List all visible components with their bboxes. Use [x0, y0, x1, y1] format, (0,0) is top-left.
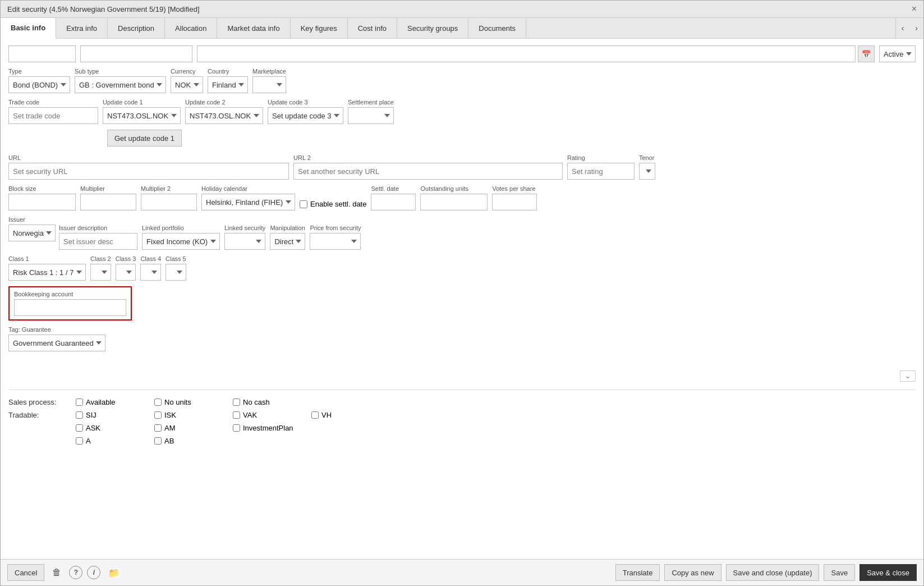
tab-allocation[interactable]: Allocation [165, 18, 217, 38]
block-size-input[interactable]: 0,00 [8, 194, 76, 210]
tab-prev-button[interactable]: ‹ [896, 18, 910, 38]
investmentplan-checkbox[interactable] [233, 424, 240, 432]
no-units-checkbox[interactable] [154, 399, 162, 406]
get-update-code-button[interactable]: Get update code 1 [107, 130, 182, 146]
collapse-button[interactable]: ⌄ [900, 370, 916, 382]
save-button[interactable]: Save [824, 564, 855, 581]
bookkeeping-highlighted-container: Bookkeeping account 0200 [8, 286, 132, 321]
currency-select[interactable]: NOK [171, 76, 203, 93]
field-marketplace: Marketplace [252, 68, 286, 93]
vh-checkbox[interactable] [311, 411, 319, 419]
update-code3-label: Update code 3 [268, 99, 343, 106]
linked-portfolio-select[interactable]: Fixed Income (KO) [142, 233, 220, 250]
save-close-button[interactable]: Save & close [859, 564, 917, 581]
tab-cost-info[interactable]: Cost info [348, 18, 397, 38]
cancel-button[interactable]: Cancel [7, 564, 44, 581]
settl-date-input[interactable]: 2 [371, 194, 416, 210]
calendar-button[interactable]: 📅 [858, 45, 875, 62]
settlement-place-select[interactable] [348, 107, 394, 124]
ask-checkbox[interactable] [76, 424, 83, 432]
a-checkbox[interactable] [76, 437, 83, 445]
translate-button[interactable]: Translate [615, 564, 660, 581]
issuer-select[interactable]: Norwegia [8, 225, 56, 241]
id-input[interactable]: A01V1E [8, 45, 76, 62]
bottom-bar-right: Translate Copy as new Save and close (up… [615, 564, 917, 581]
tab-extra-info[interactable]: Extra info [56, 18, 108, 38]
tab-security-groups[interactable]: Security groups [397, 18, 468, 38]
marketplace-select[interactable] [252, 76, 286, 93]
available-label: Available [86, 398, 116, 406]
manipulation-select[interactable]: Direct [270, 233, 305, 250]
votes-per-share-input[interactable] [492, 194, 537, 210]
url-input[interactable] [8, 163, 289, 180]
bookkeeping-account-input[interactable]: 0200 [14, 299, 126, 316]
isin-input[interactable]: NO0010429913 [80, 45, 192, 62]
vak-checkbox[interactable] [233, 411, 240, 419]
outstanding-units-label: Outstanding units [420, 185, 488, 192]
cb-no-cash: No cash [233, 398, 300, 406]
ab-checkbox[interactable] [154, 437, 162, 445]
edit-security-window: Edit security (4,5% Norwegian Government… [0, 0, 924, 586]
country-select[interactable]: Finland [208, 76, 248, 93]
help-button[interactable]: ? [69, 566, 82, 579]
tab-next-button[interactable]: › [909, 18, 923, 38]
field-settlement-place: Settlement place [348, 99, 394, 124]
class1-select[interactable]: Risk Class 1 : 1 / 7 [8, 264, 86, 281]
tab-key-figures[interactable]: Key figures [291, 18, 348, 38]
no-cash-checkbox[interactable] [233, 399, 240, 406]
update-code1-select[interactable]: NST473.OSL.NOK [103, 107, 181, 124]
type-label: Type [8, 68, 70, 75]
rating-input[interactable] [567, 163, 635, 180]
class4-select[interactable] [140, 264, 161, 281]
price-from-security-select[interactable] [310, 233, 361, 250]
row-classes: Class 1 Risk Class 1 : 1 / 7 Class 2 Cla… [8, 255, 916, 281]
type-select[interactable]: Bond (BOND) [8, 76, 70, 93]
multiplier2-input[interactable]: 100,00 [141, 194, 197, 210]
status-select[interactable]: Active [879, 45, 916, 62]
tab-basic-info[interactable]: Basic info [1, 18, 56, 39]
security-name-input[interactable]: 4,5% Norwegian Government 5/19 [197, 45, 856, 62]
save-and-close-update-button[interactable]: Save and close (update) [726, 564, 820, 581]
field-settl-date: Settl. date 2 [371, 185, 416, 210]
tradable-row2: ASK AM InvestmentPlan [8, 424, 916, 432]
tab-documents[interactable]: Documents [468, 18, 526, 38]
isk-checkbox[interactable] [154, 411, 162, 419]
isk-label: ISK [164, 411, 176, 419]
update-code2-select[interactable]: NST473.OSL.NOK [185, 107, 263, 124]
cb-available: Available [76, 398, 143, 406]
multiplier-input[interactable]: 100,00 [80, 194, 136, 210]
tenor-select[interactable] [639, 163, 655, 180]
field-update-code2: Update code 2 NST473.OSL.NOK [185, 99, 263, 124]
row-id-isin: A01V1E NO0010429913 4,5% Norwegian Gover… [8, 45, 916, 62]
class5-select[interactable] [166, 264, 186, 281]
field-manipulation: Manipulation Direct [270, 225, 305, 250]
field-multiplier2: Multiplier 2 100,00 [141, 185, 197, 210]
field-update-code1: Update code 1 NST473.OSL.NOK [103, 99, 181, 124]
am-checkbox[interactable] [154, 424, 162, 432]
close-button[interactable]: × [912, 4, 917, 14]
folder-button[interactable]: 📁 [105, 565, 123, 580]
class2-select[interactable] [90, 264, 111, 281]
sij-label: SIJ [86, 411, 96, 419]
class3-select[interactable] [116, 264, 136, 281]
holiday-calendar-select[interactable]: Helsinki, Finland (FIHE) [201, 194, 295, 210]
tenor-label: Tenor [639, 154, 655, 161]
info-button[interactable]: i [87, 566, 100, 579]
enable-settl-date-checkbox[interactable] [300, 200, 307, 208]
issuer-desc-input[interactable] [59, 233, 137, 250]
copy-as-new-button[interactable]: Copy as new [664, 564, 721, 581]
field-rating: Rating [567, 154, 635, 180]
delete-button[interactable]: 🗑 [49, 565, 65, 580]
tag-guarantee-select[interactable]: Government Guaranteed [8, 335, 105, 351]
update-code3-select[interactable]: Set update code 3 [268, 107, 343, 124]
outstanding-units-input[interactable]: 100.000.000 [420, 194, 488, 210]
url2-input[interactable] [293, 163, 563, 180]
trade-code-input[interactable] [8, 107, 98, 124]
available-checkbox[interactable] [76, 399, 83, 406]
sij-checkbox[interactable] [76, 411, 83, 419]
field-update-code3: Update code 3 Set update code 3 [268, 99, 343, 124]
tab-description[interactable]: Description [108, 18, 165, 38]
linked-security-select[interactable] [224, 233, 265, 250]
tab-market-data-info[interactable]: Market data info [217, 18, 290, 38]
subtype-select[interactable]: GB : Government bond [75, 76, 166, 93]
